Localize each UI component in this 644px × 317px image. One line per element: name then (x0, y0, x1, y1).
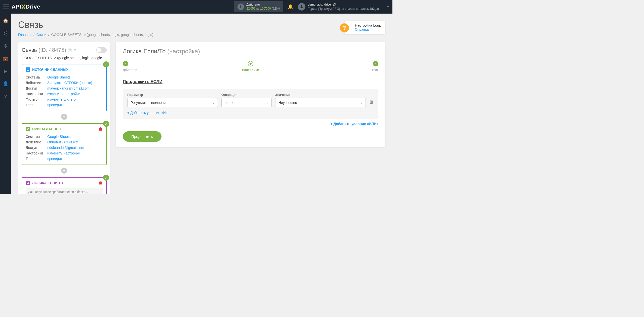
nav-help-icon[interactable]: ? (3, 94, 8, 99)
logic-panel: Логика Если/То (настройка) ✓Действие Нас… (116, 42, 385, 147)
step-icon[interactable]: ✓ (373, 61, 378, 66)
value-select[interactable]: Неуспешно⌄ (275, 98, 366, 107)
usage-pill[interactable]: i Действия: 22'059 из 100'000 (22%) (234, 1, 283, 12)
help-question-icon: ? (340, 23, 349, 32)
connection-panel: Связь (ID: 48475) 📄 ⚙ GOOGLE SHEETS -> (… (18, 42, 110, 194)
trash-icon[interactable]: 🗑 (99, 181, 103, 185)
usage-pct: (22%) (272, 7, 280, 10)
check-icon: ✓ (103, 175, 109, 181)
condition-box: Параметр Результат выполнения⌄ Операция … (123, 89, 378, 119)
conn-subtitle: GOOGLE SHEETS -> (google sheets, logic, … (22, 56, 107, 60)
notifications-icon[interactable]: 🔔 (288, 4, 293, 10)
help-box: ? Настройка Logic Справка (344, 21, 385, 34)
step-done-icon[interactable]: ✓ (123, 61, 128, 66)
value-label: Значение (275, 93, 366, 97)
chevron-down-icon: ⌄ (360, 101, 363, 104)
step-active-icon[interactable] (248, 61, 253, 66)
conn-id: (ID: 48475) (38, 47, 66, 53)
chevron-down-icon: ⌄ (266, 101, 268, 104)
check-icon: ✓ (103, 121, 109, 127)
logo-x: X (21, 3, 26, 11)
enable-toggle[interactable] (96, 47, 107, 53)
chevron-down-icon: ⌄ (212, 101, 215, 104)
info-icon: i (237, 4, 244, 10)
nav-connections-icon[interactable]: ⛓ (3, 31, 8, 36)
nav-home-icon[interactable]: 🏠 (3, 18, 8, 24)
usage-limit: 100'000 (260, 7, 271, 10)
svg-point-0 (301, 5, 302, 7)
add-and-button[interactable]: +Добавить условие «И» (127, 111, 374, 115)
logic-title: Логика Если/То (123, 48, 166, 55)
operation-label: Операция (221, 93, 272, 97)
operation-select[interactable]: равно⌄ (221, 98, 272, 107)
help-title: Настройка Logic (355, 23, 382, 27)
username[interactable]: demo_apix_drive_s3 (308, 3, 336, 6)
nav-billing-icon[interactable]: $ (3, 43, 8, 49)
crumb-current: GOOGLE SHEETS -> (google sheets, logic, … (51, 33, 153, 37)
delete-condition-icon[interactable]: 🗑 (369, 99, 374, 107)
continue-button[interactable]: Продолжить (123, 131, 162, 142)
block-note: Данное условие сработает, если в блоке..… (26, 188, 103, 194)
crumb-links[interactable]: Связи (36, 33, 46, 37)
trash-icon[interactable]: 🗑 (99, 127, 103, 131)
param-label: Параметр (127, 93, 218, 97)
avatar-icon (298, 3, 305, 11)
param-select[interactable]: Результат выполнения⌄ (127, 98, 218, 107)
add-block-button[interactable]: + (61, 168, 67, 174)
copy-icon[interactable]: 📄 (68, 48, 72, 52)
nav-account-icon[interactable]: 👤 (3, 81, 8, 87)
steps: ✓Действие Настройки ✓Тест (123, 61, 378, 72)
help-link[interactable]: Справка (355, 27, 369, 31)
check-icon: ✓ (103, 61, 109, 67)
section-title: Продолжить ЕСЛИ (123, 79, 378, 84)
conn-heading: Связь (22, 47, 37, 53)
breadcrumb: Главная / Связи / GOOGLE SHEETS -> (goog… (18, 33, 385, 37)
usage-label: Действия: (247, 3, 280, 7)
menu-toggle[interactable] (3, 5, 9, 9)
logo-text-pre: API (12, 4, 21, 10)
topbar: APIXDrive i Действия: 22'059 из 100'000 … (0, 0, 392, 14)
usage-used: 22'059 (247, 7, 256, 10)
gear-icon[interactable]: ⚙ (73, 48, 77, 52)
sidebar: 🏠 ⛓ $ 💼 ▶ 👤 ? (0, 14, 11, 194)
page-title: Связь (18, 20, 385, 30)
chevron-down-icon[interactable]: ▼ (386, 5, 389, 9)
add-or-button[interactable]: +Добавить условие «ИЛИ» (123, 122, 378, 126)
block-source[interactable]: ✓ 1ИСТОЧНИК ДАННЫХ СистемаGoogle Sheets … (22, 64, 107, 111)
logo[interactable]: APIXDrive (12, 3, 40, 11)
nav-video-icon[interactable]: ▶ (3, 68, 8, 74)
crumb-home[interactable]: Главная (18, 33, 31, 37)
user-menu[interactable]: demo_apix_drive_s3 Тариф |Премиум PRO| д… (298, 3, 389, 11)
block-destination[interactable]: ✓ 2ПРИЕМ ДАННЫХ🗑 СистемаGoogle Sheets Де… (22, 123, 107, 165)
block-logic[interactable]: ✓ 3ЛОГИКА ЕСЛИ/ТО🗑 Данное условие сработ… (22, 177, 107, 194)
add-block-button[interactable]: + (61, 114, 67, 120)
nav-briefcase-icon[interactable]: 💼 (3, 56, 8, 61)
logo-text-post: Drive (26, 4, 40, 10)
